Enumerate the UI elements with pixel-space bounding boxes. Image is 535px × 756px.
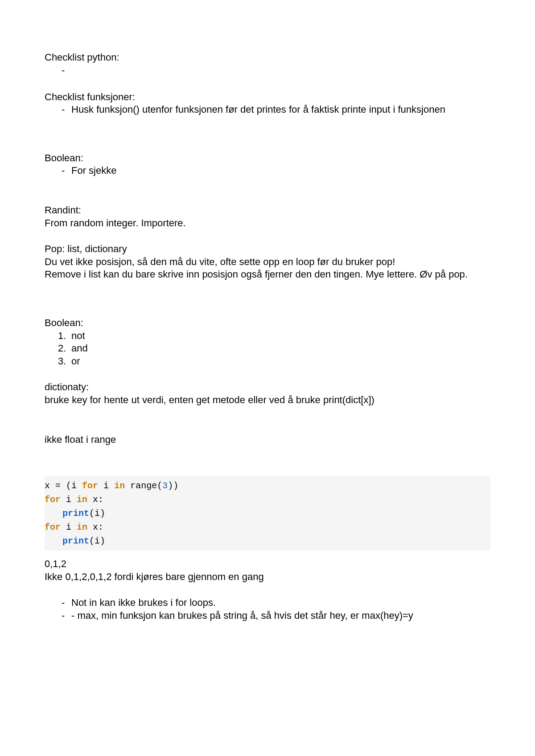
section-notes: - Not in kan ikke brukes i for loops. - … [45, 597, 490, 622]
heading: Boolean: [45, 152, 490, 165]
document-page: Checklist python: - Checklist funksjoner… [0, 0, 535, 666]
bullet-item: - For sjekke [45, 164, 490, 177]
list-number: 3. [58, 355, 66, 368]
list-text: or [71, 356, 80, 367]
code-line: print(i) [45, 534, 490, 548]
body-text: Remove i list kan du bare skrive inn pos… [45, 268, 490, 281]
numbered-item: 3. or [45, 355, 490, 368]
bullet-text: Husk funksjon() utenfor funksjonen før d… [71, 104, 445, 115]
code-line: for i in x: [45, 520, 490, 534]
dash-icon: - [62, 64, 65, 77]
body-text: Du vet ikke posisjon, så den må du vite,… [45, 256, 490, 269]
heading: Pop: list, dictionary [45, 243, 490, 256]
heading: Boolean: [45, 317, 490, 330]
section-boolean-2: Boolean: 1. not 2. and 3. or [45, 317, 490, 368]
section-randint: Randint: From random integer. Importere. [45, 204, 490, 229]
section-output: 0,1,2 Ikke 0,1,2,0,1,2 fordi kjøres bare… [45, 558, 490, 583]
bullet-item: - Not in kan ikke brukes i for loops. [45, 597, 490, 609]
dash-icon: - [62, 609, 65, 622]
bullet-text: - max, min funksjon kan brukes på string… [71, 610, 413, 621]
bullet-item: - Husk funksjon() utenfor funksjonen før… [45, 103, 490, 116]
bullet-item: - - max, min funksjon kan brukes på stri… [45, 609, 490, 622]
dash-icon: - [62, 164, 65, 177]
code-line: print(i) [45, 507, 490, 520]
heading: Checklist funksjoner: [45, 91, 490, 104]
bullet-text: Not in kan ikke brukes i for loops. [71, 597, 216, 608]
heading: Checklist python: [45, 51, 490, 64]
section-float-range: ikke float i range [45, 433, 490, 446]
body-text: Ikke 0,1,2,0,1,2 fordi kjøres bare gjenn… [45, 571, 490, 584]
heading: dictionaty: [45, 381, 490, 394]
list-text: and [71, 343, 88, 354]
bullet-text: For sjekke [71, 165, 116, 176]
section-boolean-1: Boolean: - For sjekke [45, 152, 490, 177]
code-line: x = (i for i in range(3)) [45, 479, 490, 493]
code-block: x = (i for i in range(3)) for i in x: pr… [45, 476, 490, 551]
section-checklist-funksjoner: Checklist funksjoner: - Husk funksjon() … [45, 91, 490, 116]
section-checklist-python: Checklist python: - [45, 51, 490, 64]
numbered-item: 1. not [45, 330, 490, 343]
list-text: not [71, 330, 85, 341]
body-text: 0,1,2 [45, 558, 490, 571]
dash-icon: - [62, 597, 65, 609]
section-dictionary: dictionaty: bruke key for hente ut verdi… [45, 381, 490, 406]
list-number: 1. [58, 330, 66, 343]
numbered-item: 2. and [45, 342, 490, 355]
dash-icon: - [62, 103, 65, 116]
body-text: From random integer. Importere. [45, 217, 490, 230]
section-pop: Pop: list, dictionary Du vet ikke posisj… [45, 243, 490, 281]
body-text: bruke key for hente ut verdi, enten get … [45, 394, 490, 407]
code-line: for i in x: [45, 493, 490, 507]
body-text: ikke float i range [45, 433, 490, 446]
heading: Randint: [45, 204, 490, 217]
list-number: 2. [58, 342, 66, 355]
